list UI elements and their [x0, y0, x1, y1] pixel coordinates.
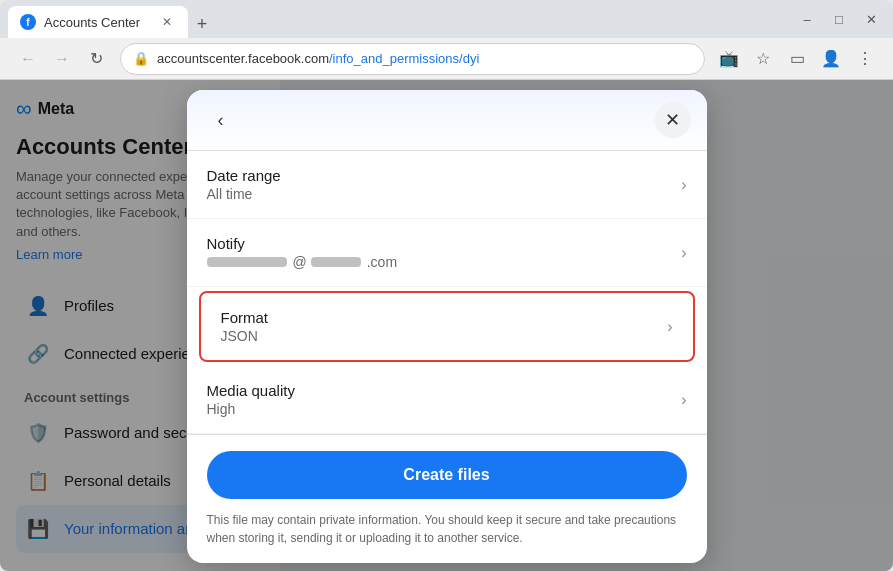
refresh-button[interactable]: ↻ — [80, 43, 112, 75]
title-bar: f Accounts Center ✕ + – □ ✕ — [0, 0, 893, 38]
email-redacted-bar — [207, 257, 287, 267]
url-suffix: /info_and_permissions/dyi — [329, 51, 479, 66]
modal-overlay[interactable]: ‹ ✕ Date range All time › — [0, 80, 893, 571]
browser-tab[interactable]: f Accounts Center ✕ — [8, 6, 188, 38]
maximize-button[interactable]: □ — [825, 5, 853, 33]
notify-arrow-icon: › — [681, 244, 686, 262]
modal-footer: Create files This file may contain priva… — [187, 434, 707, 563]
profile-button[interactable]: 👤 — [815, 43, 847, 75]
bookmark-button[interactable]: ☆ — [747, 43, 779, 75]
create-files-button[interactable]: Create files — [207, 451, 687, 499]
toolbar-actions: 📺 ☆ ▭ 👤 ⋮ — [713, 43, 881, 75]
new-tab-button[interactable]: + — [188, 10, 216, 38]
media-quality-value: High — [207, 401, 682, 417]
date-range-arrow-icon: › — [681, 176, 686, 194]
modal-back-button[interactable]: ‹ — [203, 102, 239, 138]
lock-icon: 🔒 — [133, 51, 149, 66]
email-domain-bar — [311, 257, 361, 267]
modal-dialog: ‹ ✕ Date range All time › — [187, 90, 707, 563]
modal-body: Date range All time › Notify @ — [187, 151, 707, 434]
format-value: JSON — [221, 328, 668, 344]
media-quality-label: Media quality — [207, 382, 682, 399]
nav-controls: ← → ↻ — [12, 43, 112, 75]
forward-button[interactable]: → — [46, 43, 78, 75]
url-prefix: accountscenter.facebook.com — [157, 51, 329, 66]
format-arrow-icon: › — [667, 318, 672, 336]
notify-at-symbol: @ — [293, 254, 307, 270]
notify-content: Notify @ .com — [207, 235, 682, 270]
address-bar: ← → ↻ 🔒 accountscenter.facebook.com/info… — [0, 38, 893, 80]
media-quality-content: Media quality High — [207, 382, 682, 417]
url-text: accountscenter.facebook.com/info_and_per… — [157, 51, 692, 66]
privacy-notice: This file may contain private informatio… — [207, 511, 687, 547]
format-item[interactable]: Format JSON › — [199, 291, 695, 362]
modal-close-button[interactable]: ✕ — [655, 102, 691, 138]
tab-area: f Accounts Center ✕ + — [8, 0, 789, 38]
date-range-content: Date range All time — [207, 167, 682, 202]
minimize-button[interactable]: – — [793, 5, 821, 33]
menu-button[interactable]: ⋮ — [849, 43, 881, 75]
media-quality-item[interactable]: Media quality High › — [187, 366, 707, 434]
format-label: Format — [221, 309, 668, 326]
modal-header: ‹ ✕ — [187, 90, 707, 151]
notify-value: @ .com — [207, 254, 682, 270]
window-controls: – □ ✕ — [793, 5, 885, 33]
date-range-item[interactable]: Date range All time › — [187, 151, 707, 219]
tab-close-button[interactable]: ✕ — [158, 13, 176, 31]
media-quality-arrow-icon: › — [681, 391, 686, 409]
notify-dot-com: .com — [367, 254, 397, 270]
format-content: Format JSON — [221, 309, 668, 344]
back-button[interactable]: ← — [12, 43, 44, 75]
browser-window: f Accounts Center ✕ + – □ ✕ ← → ↻ 🔒 acco… — [0, 0, 893, 571]
url-bar[interactable]: 🔒 accountscenter.facebook.com/info_and_p… — [120, 43, 705, 75]
date-range-label: Date range — [207, 167, 682, 184]
close-window-button[interactable]: ✕ — [857, 5, 885, 33]
cast-button[interactable]: 📺 — [713, 43, 745, 75]
tab-favicon: f — [20, 14, 36, 30]
notify-item[interactable]: Notify @ .com › — [187, 219, 707, 287]
date-range-value: All time — [207, 186, 682, 202]
page-content: ∞ Meta Accounts Center Manage your conne… — [0, 80, 893, 571]
tab-title: Accounts Center — [44, 15, 150, 30]
notify-label: Notify — [207, 235, 682, 252]
sidebar-toggle-button[interactable]: ▭ — [781, 43, 813, 75]
